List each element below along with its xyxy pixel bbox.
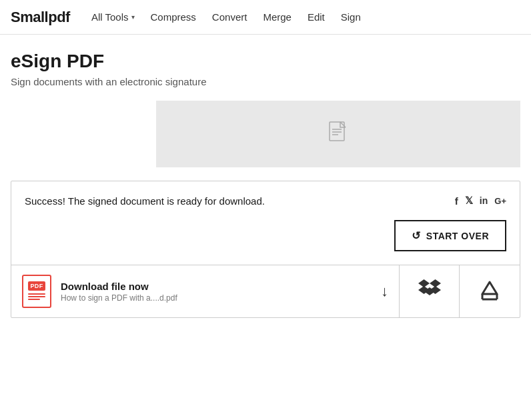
twitter-icon[interactable]: 𝕏 <box>465 195 473 207</box>
header: Smallpdf All Tools ▾ Compress Convert Me… <box>0 0 531 35</box>
googleplus-icon[interactable]: G+ <box>494 196 506 206</box>
success-top: Success! The signed document is ready fo… <box>11 181 520 215</box>
file-icon <box>329 121 348 147</box>
download-text-block: Download file now How to sign a PDF with… <box>61 281 372 303</box>
pdf-line-3 <box>28 299 40 300</box>
download-row: PDF Download file now How to sign a PDF … <box>11 265 520 317</box>
social-icons: f 𝕏 in G+ <box>455 195 506 207</box>
svg-rect-0 <box>330 122 344 141</box>
nav-convert[interactable]: Convert <box>212 11 247 23</box>
nav-label-merge: Merge <box>263 11 292 23</box>
page-title: eSign PDF <box>11 51 520 72</box>
pdf-file-icon: PDF <box>22 275 51 308</box>
main-content: eSign PDF Sign documents with an electro… <box>0 35 531 329</box>
chevron-down-icon: ▾ <box>131 13 135 21</box>
nav-label-edit: Edit <box>308 11 325 23</box>
nav-label-compress: Compress <box>151 11 196 23</box>
download-title: Download file now <box>61 281 372 292</box>
google-drive-button[interactable] <box>460 265 520 317</box>
nav: All Tools ▾ Compress Convert Merge Edit … <box>91 11 361 23</box>
svg-line-4 <box>340 122 346 127</box>
nav-sign[interactable]: Sign <box>341 11 361 23</box>
nav-label-all-tools: All Tools <box>91 11 129 23</box>
download-main: PDF Download file now How to sign a PDF … <box>11 265 400 317</box>
pdf-lines <box>28 293 45 301</box>
drop-zone[interactable] <box>156 101 520 167</box>
logo[interactable]: Smallpdf <box>11 9 70 26</box>
google-drive-icon <box>478 281 501 303</box>
pdf-line-1 <box>28 293 45 295</box>
start-over-label: START OVER <box>426 231 489 241</box>
page-subtitle: Sign documents with an electronic signat… <box>11 76 520 87</box>
start-over-button[interactable]: ↺ START OVER <box>394 220 506 251</box>
dropbox-button[interactable] <box>400 265 460 317</box>
facebook-icon[interactable]: f <box>455 195 458 207</box>
download-subtitle: How to sign a PDF with a....d.pdf <box>61 293 372 303</box>
svg-marker-10 <box>482 282 497 294</box>
nav-compress[interactable]: Compress <box>151 11 196 23</box>
pdf-line-2 <box>28 296 45 297</box>
dropbox-icon <box>418 279 441 304</box>
download-arrow-icon[interactable]: ↓ <box>381 283 388 300</box>
nav-edit[interactable]: Edit <box>308 11 325 23</box>
success-box: Success! The signed document is ready fo… <box>11 181 520 318</box>
restart-icon: ↺ <box>412 229 421 242</box>
nav-all-tools[interactable]: All Tools ▾ <box>91 11 135 23</box>
nav-merge[interactable]: Merge <box>263 11 292 23</box>
pdf-label: PDF <box>28 281 46 291</box>
nav-label-sign: Sign <box>341 11 361 23</box>
success-message: Success! The signed document is ready fo… <box>25 195 265 207</box>
start-over-row: ↺ START OVER <box>11 215 520 265</box>
nav-label-convert: Convert <box>212 11 247 23</box>
linkedin-icon[interactable]: in <box>480 195 488 206</box>
